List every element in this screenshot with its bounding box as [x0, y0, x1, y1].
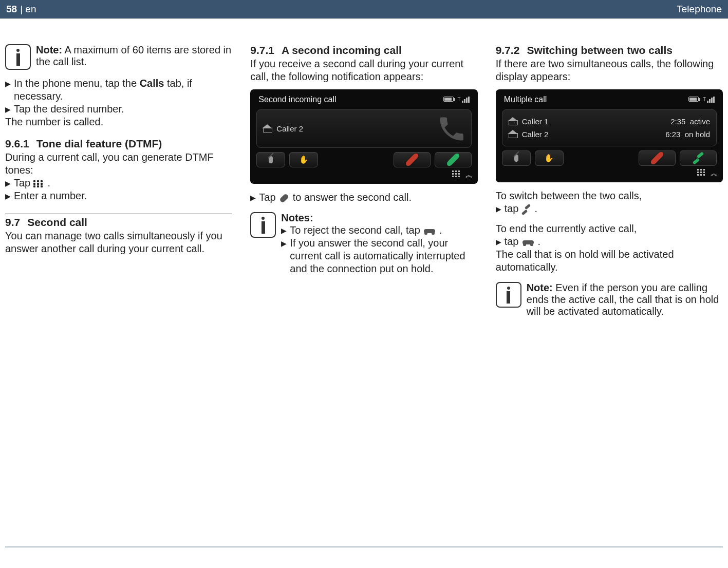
step-swap: ▶ tap .	[496, 202, 723, 215]
note-title: Note:	[36, 44, 62, 55]
arrow-icon: ▶	[5, 192, 11, 200]
text: tap	[505, 203, 521, 214]
text: To reject the second call, tap	[290, 224, 423, 236]
caller-name: Caller 1	[522, 117, 549, 126]
screenshot-multiple-call: Multiple call T Caller 1 2:35 active	[496, 89, 723, 182]
swap-calls-button[interactable]	[680, 150, 717, 166]
body-text: If you receive a second call during your…	[250, 58, 477, 83]
switch-intro: To switch between the two calls,	[496, 190, 723, 202]
answer-icon	[445, 153, 460, 167]
body-text: If there are two simultaneous calls, the…	[496, 58, 723, 83]
info-icon	[250, 212, 276, 238]
section-number: 9.7	[5, 216, 20, 228]
notes-answer-step: ▶ If you answer the second call, your cu…	[281, 237, 477, 275]
text: Tap	[259, 192, 278, 203]
screen-title: Second incoming call	[258, 95, 336, 104]
page-number: 58	[6, 4, 17, 15]
answer-button[interactable]	[435, 152, 472, 167]
step-answer-second: ▶ Tap to answer the second call.	[250, 191, 477, 204]
step-calls-tab: ▶ In the phone menu, tap the Calls tab, …	[5, 77, 232, 103]
hand-icon: ✋	[299, 155, 309, 164]
battery-icon	[688, 97, 699, 102]
chevron-up-icon[interactable]: ︽	[711, 169, 716, 178]
info-icon	[496, 282, 521, 308]
caller-icon	[509, 131, 517, 138]
call-time: 2:35	[670, 117, 685, 126]
reject-button[interactable]	[394, 152, 431, 167]
end-intro: To end the currently active call,	[496, 222, 723, 235]
text: .	[439, 224, 442, 236]
end-result: The call that is on hold will be activat…	[496, 248, 723, 274]
screen-title: Multiple call	[504, 95, 547, 104]
call-row-1[interactable]: Caller 1 2:35 active	[509, 115, 710, 128]
notes-reject-step: ▶ To reject the second call, tap .	[281, 224, 477, 237]
text: .	[47, 177, 50, 188]
text: tap	[505, 236, 521, 247]
step-tap-number: ▶ Tap the desired number.	[5, 103, 232, 116]
info-icon	[5, 44, 31, 70]
note-box-3: Note: Even if the person you are calling…	[496, 282, 723, 317]
text: .	[535, 203, 538, 214]
end-call-button[interactable]	[639, 150, 676, 166]
mic-muted-icon	[269, 156, 273, 163]
call-status: on hold	[685, 130, 710, 139]
note-box-1: Note: A maximum of 60 items are stored i…	[5, 44, 232, 70]
text: to answer the second call.	[293, 192, 412, 203]
apps-icon[interactable]	[697, 169, 706, 176]
heading-961: 9.6.1Tone dial feature (DTMF)	[5, 138, 232, 150]
arrow-icon: ▶	[496, 205, 501, 213]
answer-icon	[279, 193, 289, 203]
screenshot-second-incoming: Second incoming call T Caller 2 ✋	[250, 89, 477, 184]
column-2: 9.7.1A second incoming call If you recei…	[250, 44, 477, 325]
chevron-up-icon[interactable]: ︽	[465, 171, 471, 180]
private-button[interactable]: ✋	[535, 150, 564, 166]
caller-icon	[509, 118, 517, 125]
section-title: Switching between two calls	[527, 44, 673, 56]
notes-title: Notes:	[281, 212, 477, 224]
mic-muted-icon	[514, 155, 518, 162]
arrow-icon: ▶	[5, 179, 11, 187]
step-end-call: ▶ tap .	[496, 235, 723, 248]
private-button[interactable]: ✋	[289, 152, 318, 167]
mute-button[interactable]	[256, 152, 285, 167]
hangup-icon	[650, 151, 665, 166]
text: Enter a number.	[14, 190, 87, 202]
body-text: During a current call, you can generate …	[5, 151, 232, 177]
section-title: Tone dial feature (DTMF)	[36, 138, 162, 149]
call-row-2[interactable]: Caller 2 6:23 on hold	[509, 128, 710, 141]
note-body: A maximum of 60 items are stored in the …	[36, 44, 231, 67]
lang-indicator: | en	[20, 4, 36, 15]
column-3: 9.7.2Switching between two calls If ther…	[496, 44, 723, 325]
notes-box: Notes: ▶ To reject the second call, tap …	[250, 212, 477, 275]
keypad-icon	[33, 180, 45, 187]
swap-icon	[693, 154, 704, 163]
hangup-icon	[424, 229, 435, 233]
step-enter-number: ▶ Enter a number.	[5, 190, 232, 202]
note-title: Note:	[527, 282, 553, 293]
call-status: active	[690, 117, 710, 126]
call-time: 6:23	[665, 130, 680, 139]
hangup-icon	[522, 240, 534, 244]
section-number: 9.7.1	[250, 44, 274, 56]
arrow-icon: ▶	[5, 80, 11, 88]
section-title: A second incoming call	[282, 44, 402, 56]
caller-icon	[263, 125, 271, 132]
hangup-icon	[404, 153, 419, 167]
apps-icon[interactable]	[452, 171, 461, 178]
heading-97: 9.7Second call	[5, 214, 232, 229]
body-text: You can manage two calls simultaneously …	[5, 230, 232, 255]
arrow-icon: ▶	[281, 239, 287, 248]
mute-button[interactable]	[502, 150, 531, 166]
section-number: 9.6.1	[5, 138, 29, 149]
footer-divider	[5, 546, 723, 547]
caller-name: Caller 2	[276, 124, 303, 133]
calls-tab-label: Calls	[140, 78, 164, 89]
caller-name: Caller 2	[522, 130, 549, 139]
swap-icon	[521, 205, 532, 214]
page-header: 58 | en Telephone	[0, 0, 728, 18]
battery-icon	[443, 97, 454, 102]
signal-icon	[707, 97, 715, 103]
result-text: The number is called.	[5, 116, 232, 128]
column-1: Note: A maximum of 60 items are stored i…	[5, 44, 232, 325]
text: Tap the desired number.	[14, 103, 124, 116]
